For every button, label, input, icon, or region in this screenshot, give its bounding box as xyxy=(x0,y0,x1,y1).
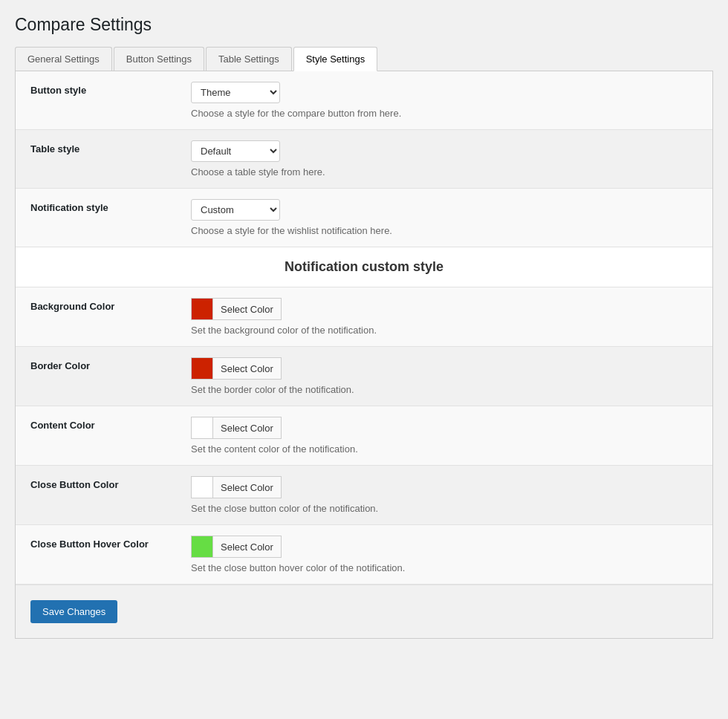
table-style-description: Choose a table style from here. xyxy=(191,166,701,178)
border-color-picker: Select Color xyxy=(191,357,701,380)
close-button-color-swatch[interactable] xyxy=(191,476,213,498)
button-style-label: Button style xyxy=(16,71,179,129)
button-style-description: Choose a style for the compare button fr… xyxy=(191,108,701,119)
table-style-input-cell: Default Custom Theme Choose a table styl… xyxy=(179,130,712,188)
background-color-swatch[interactable] xyxy=(191,298,213,320)
border-color-label: Border Color xyxy=(16,347,179,406)
notification-style-label: Notification style xyxy=(16,189,179,247)
background-color-input-cell: Select Color Set the background color of… xyxy=(179,287,712,346)
close-button-color-input-cell: Select Color Set the close button color … xyxy=(179,466,712,524)
button-style-row: Button style Theme Custom Default Choose… xyxy=(16,71,712,130)
close-button-color-row: Close Button Color Select Color Set the … xyxy=(16,466,712,525)
tabs-nav: General Settings Button Settings Table S… xyxy=(15,47,713,71)
close-button-color-button[interactable]: Select Color xyxy=(213,476,282,498)
content-area: Button style Theme Custom Default Choose… xyxy=(15,71,713,639)
table-style-select[interactable]: Default Custom Theme xyxy=(191,140,280,162)
background-color-row: Background Color Select Color Set the ba… xyxy=(16,287,712,347)
border-color-input-cell: Select Color Set the border color of the… xyxy=(179,347,712,406)
border-color-button[interactable]: Select Color xyxy=(213,357,282,380)
close-button-color-label: Close Button Color xyxy=(16,466,179,524)
close-button-hover-color-description: Set the close button hover color of the … xyxy=(191,562,701,573)
table-style-label: Table style xyxy=(16,130,179,188)
content-color-input-cell: Select Color Set the content color of th… xyxy=(179,406,712,465)
notification-style-row: Notification style Custom Default Theme … xyxy=(16,189,712,247)
background-color-label: Background Color xyxy=(16,287,179,346)
content-color-button[interactable]: Select Color xyxy=(213,417,282,439)
background-color-description: Set the background color of the notifica… xyxy=(191,325,701,336)
close-button-hover-color-label: Close Button Hover Color xyxy=(16,525,179,584)
close-button-color-description: Set the close button color of the notifi… xyxy=(191,503,701,514)
border-color-description: Set the border color of the notification… xyxy=(191,384,701,395)
close-button-hover-color-button[interactable]: Select Color xyxy=(213,536,282,558)
close-button-hover-color-picker: Select Color xyxy=(191,536,701,558)
tab-button[interactable]: Button Settings xyxy=(114,47,204,71)
notification-style-input-cell: Custom Default Theme Choose a style for … xyxy=(179,189,712,247)
tab-table[interactable]: Table Settings xyxy=(206,47,292,71)
button-style-select[interactable]: Theme Custom Default xyxy=(191,82,280,103)
save-changes-button[interactable]: Save Changes xyxy=(30,600,117,623)
tab-general[interactable]: General Settings xyxy=(15,47,112,71)
background-color-picker: Select Color xyxy=(191,298,701,320)
background-color-button[interactable]: Select Color xyxy=(213,298,282,320)
close-button-hover-color-swatch[interactable] xyxy=(191,536,213,558)
notification-style-select[interactable]: Custom Default Theme xyxy=(191,199,280,221)
button-style-input-cell: Theme Custom Default Choose a style for … xyxy=(179,71,712,129)
table-style-row: Table style Default Custom Theme Choose … xyxy=(16,130,712,189)
notification-custom-style-header: Notification custom style xyxy=(16,247,712,287)
close-button-hover-color-input-cell: Select Color Set the close button hover … xyxy=(179,525,712,584)
content-color-label: Content Color xyxy=(16,406,179,465)
page-title: Compare Settings xyxy=(15,15,713,35)
border-color-row: Border Color Select Color Set the border… xyxy=(16,347,712,406)
border-color-swatch[interactable] xyxy=(191,357,213,380)
notification-style-description: Choose a style for the wishlist notifica… xyxy=(191,225,701,236)
content-color-row: Content Color Select Color Set the conte… xyxy=(16,406,712,466)
close-button-hover-color-row: Close Button Hover Color Select Color Se… xyxy=(16,525,712,585)
close-button-color-picker: Select Color xyxy=(191,476,701,498)
tab-style[interactable]: Style Settings xyxy=(293,47,378,71)
content-color-description: Set the content color of the notificatio… xyxy=(191,443,701,455)
content-color-picker: Select Color xyxy=(191,417,701,439)
save-row: Save Changes xyxy=(16,585,712,638)
content-color-swatch[interactable] xyxy=(191,417,213,439)
